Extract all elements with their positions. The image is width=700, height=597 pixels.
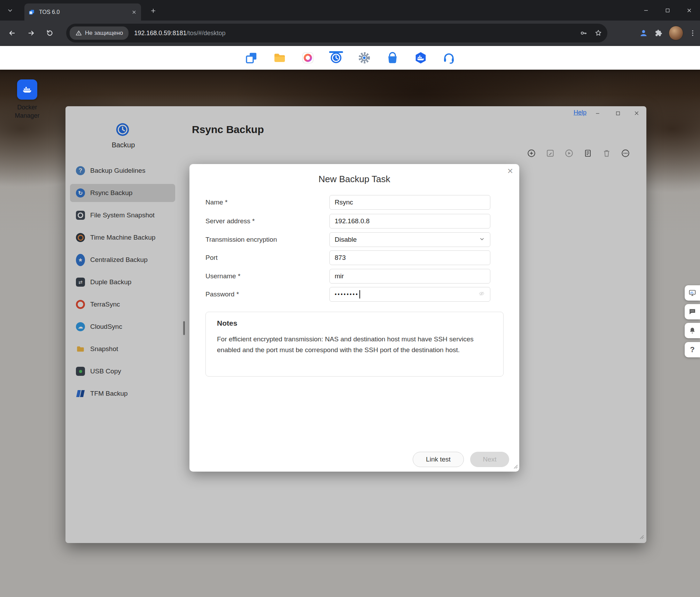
notes-body: For efficient encrypted transmission: NA…: [217, 334, 493, 355]
chat-bubble-icon: [688, 308, 697, 316]
browser-minimize-button[interactable]: [635, 0, 657, 21]
extensions-puzzle-icon[interactable]: [654, 29, 663, 38]
help-link[interactable]: Help: [574, 109, 586, 116]
tab-search-chevron-icon[interactable]: [5, 5, 15, 16]
notes-title: Notes: [217, 319, 237, 327]
notes-box: Notes For efficient encrypted transmissi…: [205, 312, 504, 377]
username-input[interactable]: mir: [329, 269, 490, 284]
tab-title: TOS 6.0: [39, 9, 131, 15]
username-label: Username *: [205, 269, 240, 284]
window-minimize-icon[interactable]: [591, 108, 604, 118]
new-tab-button[interactable]: [148, 5, 159, 16]
menu-kebab-icon[interactable]: [689, 29, 697, 37]
bookmark-star-icon[interactable]: [594, 29, 602, 37]
tab-favicon-icon: [29, 9, 35, 15]
dialog-title: New Backup Task: [189, 174, 519, 185]
tos-desktop: Docker Manager Rsync Backup Backup ?: [0, 46, 700, 597]
browser-close-button[interactable]: [678, 0, 700, 21]
browser-maximize-button[interactable]: [657, 0, 678, 21]
dock-backup-icon[interactable]: [328, 50, 344, 66]
dock-docker-icon[interactable]: [413, 50, 429, 66]
dialog-resize-handle[interactable]: [513, 464, 518, 471]
dock-support-headset-icon[interactable]: [441, 50, 457, 66]
docker-manager-icon: [17, 79, 37, 100]
notifications-button[interactable]: [685, 323, 700, 338]
dock-control-panel-icon[interactable]: [356, 50, 372, 66]
window-resize-handle[interactable]: [639, 534, 644, 541]
forward-button[interactable]: [23, 25, 39, 41]
dock-app-center-icon[interactable]: [300, 50, 316, 66]
question-mark-icon: ?: [690, 345, 694, 354]
new-backup-task-dialog: × New Backup Task Name * Rsync Server ad…: [189, 164, 519, 472]
address-bar[interactable]: Не защищено 192.168.0.59:8181/tos/#/desk…: [66, 24, 607, 42]
browser-tabstrip: TOS 6.0: [0, 0, 700, 21]
server-address-label: Server address *: [205, 214, 255, 228]
dock-window-manager-icon[interactable]: [243, 50, 259, 66]
browser-tab[interactable]: TOS 6.0: [24, 3, 141, 21]
name-label: Name *: [205, 195, 227, 210]
window-maximize-icon[interactable]: [612, 108, 624, 118]
link-test-button[interactable]: Link test: [413, 452, 464, 467]
dock-active-indicator: [329, 51, 343, 53]
port-label: Port: [205, 250, 218, 265]
desktop-icon-label: Docker Manager: [8, 103, 47, 120]
password-input[interactable]: ••••••••: [329, 287, 490, 302]
browser-toolbar: Не защищено 192.168.0.59:8181/tos/#/desk…: [0, 21, 700, 46]
remote-access-button[interactable]: [685, 285, 700, 301]
messages-button[interactable]: [685, 304, 700, 319]
warning-icon: [75, 30, 82, 37]
eye-off-icon[interactable]: [478, 290, 485, 299]
window-close-icon[interactable]: [630, 108, 643, 118]
back-button[interactable]: [5, 25, 20, 41]
text-caret: [359, 290, 360, 298]
name-input[interactable]: Rsync: [329, 195, 490, 210]
tab-close-icon[interactable]: [131, 9, 137, 15]
reload-button[interactable]: [42, 25, 57, 41]
next-button[interactable]: Next: [470, 452, 509, 467]
url-text: 192.168.0.59:8181/tos/#/desktop: [134, 30, 225, 37]
password-label: Password *: [205, 287, 239, 302]
browser-avatar[interactable]: [669, 26, 683, 40]
desktop-icon-docker-manager[interactable]: Docker Manager: [8, 79, 47, 120]
transmission-encryption-select[interactable]: Disable: [329, 232, 490, 247]
dock-file-manager-icon[interactable]: [272, 50, 288, 66]
security-label: Не защищено: [85, 30, 123, 37]
profile-person-icon[interactable]: [639, 28, 648, 38]
port-input[interactable]: 873: [329, 250, 490, 265]
server-address-input[interactable]: 192.168.0.8: [329, 214, 490, 228]
monitor-icon: [688, 289, 697, 297]
window-titlebar: Help: [65, 106, 646, 120]
help-button[interactable]: ?: [685, 342, 700, 357]
chevron-down-icon: [479, 236, 485, 244]
security-chip[interactable]: Не защищено: [70, 26, 129, 40]
dock-app-store-icon[interactable]: [384, 50, 400, 66]
password-key-icon[interactable]: [580, 29, 588, 37]
screen: TOS 6.0: [0, 0, 700, 597]
bell-icon: [688, 326, 697, 335]
desktop-dock: [0, 46, 700, 70]
transmission-encryption-label: Transmission encryption: [205, 232, 277, 247]
